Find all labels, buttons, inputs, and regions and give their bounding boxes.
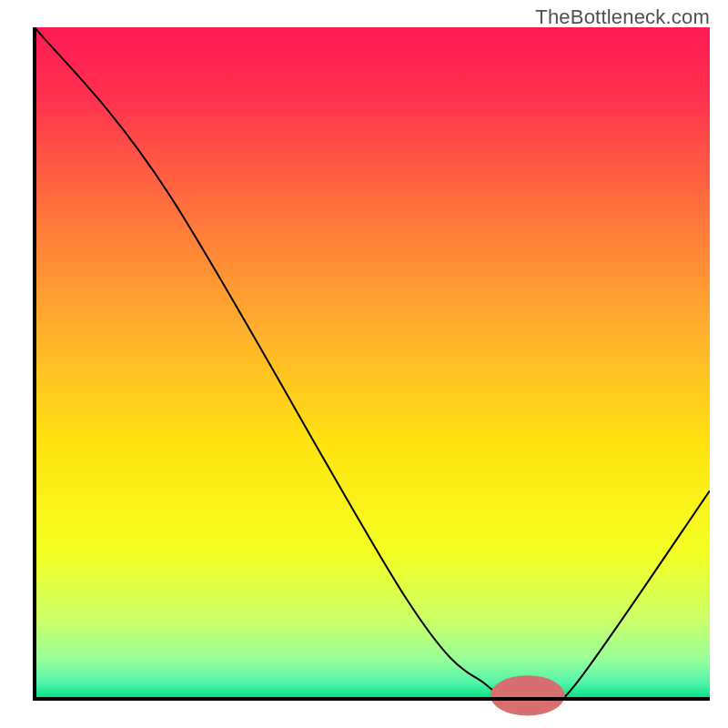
plot-background bbox=[35, 27, 710, 699]
chart-svg bbox=[0, 0, 728, 728]
attribution-label: TheBottleneck.com bbox=[535, 5, 710, 29]
bottleneck-chart: TheBottleneck.com bbox=[0, 0, 728, 728]
optimal-marker bbox=[490, 675, 565, 715]
